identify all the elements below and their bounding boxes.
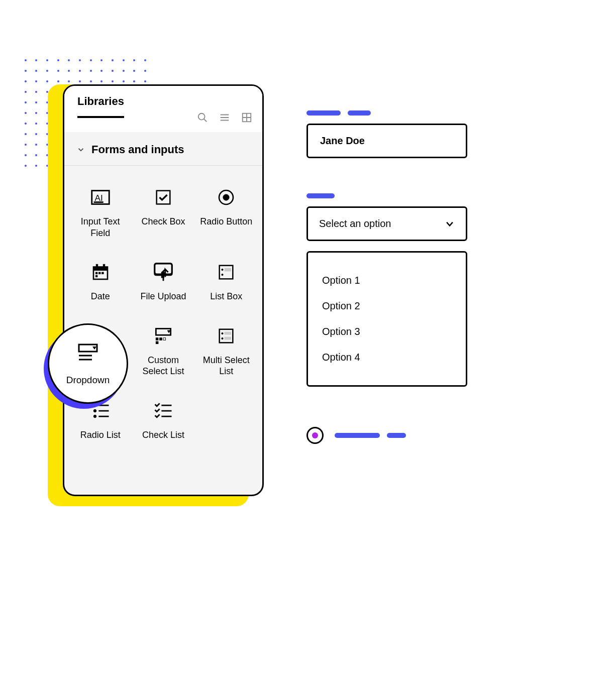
list-view-icon[interactable] — [219, 112, 230, 125]
grid-view-icon[interactable] — [241, 112, 252, 125]
multi-select-list-icon — [215, 324, 238, 348]
svg-rect-20 — [101, 272, 104, 274]
checkbox-icon — [152, 186, 175, 209]
select-dropdown-example[interactable]: Select an option — [306, 206, 467, 241]
radio-label-placeholder — [335, 433, 406, 438]
select-label-placeholder — [306, 193, 472, 198]
svg-rect-31 — [160, 337, 162, 340]
select-option[interactable]: Option 2 — [322, 293, 452, 319]
text-input-value: Jane Doe — [320, 135, 365, 146]
svg-rect-30 — [156, 337, 158, 340]
select-option[interactable]: Option 4 — [322, 345, 452, 370]
svg-marker-29 — [167, 330, 170, 333]
custom-select-list-icon — [152, 324, 175, 348]
lib-item-label: Input Text Field — [71, 216, 129, 239]
svg-rect-24 — [220, 266, 233, 279]
lib-item-label: Multi Select List — [197, 355, 255, 377]
lib-item-input-text-field[interactable]: AI Input Text Field — [71, 186, 129, 239]
svg-rect-38 — [225, 336, 231, 339]
lib-item-dropdown-highlighted[interactable]: Dropdown — [48, 323, 128, 404]
svg-rect-37 — [225, 331, 231, 334]
lib-item-label: List Box — [210, 291, 242, 302]
svg-rect-17 — [103, 264, 105, 268]
lib-item-multi-select-list[interactable]: Multi Select List — [197, 324, 255, 377]
select-options-panel: Option 1 Option 2 Option 3 Option 4 — [306, 251, 467, 387]
search-icon[interactable] — [197, 112, 208, 125]
radio-indicator — [306, 427, 324, 444]
panel-header: Libraries — [64, 86, 262, 132]
text-input-example[interactable]: Jane Doe — [306, 124, 467, 158]
lib-item-label: Check Box — [141, 216, 185, 227]
svg-rect-32 — [156, 342, 158, 344]
svg-point-43 — [93, 415, 96, 418]
lib-item-check-list[interactable]: Check List — [134, 399, 192, 441]
dropdown-icon — [76, 342, 100, 368]
svg-rect-19 — [98, 272, 100, 274]
svg-rect-18 — [95, 272, 97, 274]
lib-item-custom-select-list[interactable]: Custom Select List — [134, 324, 192, 377]
file-upload-icon — [152, 261, 175, 284]
lib-item-label: Dropdown — [66, 375, 110, 386]
svg-rect-16 — [96, 264, 98, 268]
lib-item-date[interactable]: Date — [71, 261, 129, 302]
input-text-field-icon: AI — [89, 186, 112, 209]
select-placeholder: Select an option — [319, 218, 391, 230]
svg-text:AI: AI — [94, 193, 102, 203]
svg-point-35 — [222, 332, 223, 334]
svg-point-41 — [93, 409, 96, 412]
chevron-down-icon — [445, 219, 455, 229]
panel-title: Libraries — [77, 95, 124, 118]
lib-item-check-box[interactable]: Check Box — [134, 186, 192, 239]
svg-marker-49 — [92, 347, 96, 350]
lib-item-label: File Upload — [140, 291, 186, 302]
svg-rect-21 — [95, 275, 97, 277]
lib-item-label: Date — [91, 291, 110, 302]
lib-item-label: Radio List — [80, 429, 121, 441]
list-box-icon — [215, 261, 238, 284]
lib-item-label: Custom Select List — [134, 355, 192, 377]
svg-point-26 — [222, 274, 223, 275]
svg-rect-34 — [220, 329, 233, 343]
check-list-icon — [152, 399, 175, 422]
svg-point-25 — [222, 269, 223, 270]
svg-rect-11 — [157, 191, 170, 204]
chevron-down-icon — [76, 145, 85, 154]
svg-rect-27 — [225, 268, 231, 272]
radio-example[interactable] — [306, 427, 472, 444]
svg-point-0 — [198, 113, 205, 120]
lib-item-list-box[interactable]: List Box — [197, 261, 255, 302]
date-icon — [89, 261, 112, 284]
libraries-panel: Libraries Forms and inputs AI — [63, 84, 264, 496]
svg-point-36 — [222, 337, 223, 339]
lib-item-file-upload[interactable]: File Upload — [134, 261, 192, 302]
lib-item-label: Check List — [142, 429, 184, 441]
svg-rect-33 — [163, 337, 166, 340]
select-option[interactable]: Option 1 — [322, 268, 452, 293]
svg-rect-15 — [93, 267, 108, 271]
radio-button-icon — [215, 186, 238, 209]
section-header[interactable]: Forms and inputs — [64, 132, 262, 166]
lib-item-label: Radio Button — [200, 216, 252, 227]
section-title: Forms and inputs — [91, 143, 184, 156]
svg-line-1 — [204, 119, 207, 122]
lib-item-radio-button[interactable]: Radio Button — [197, 186, 255, 239]
input-label-placeholder — [306, 110, 472, 116]
select-option[interactable]: Option 3 — [322, 319, 452, 345]
svg-point-13 — [223, 194, 229, 200]
